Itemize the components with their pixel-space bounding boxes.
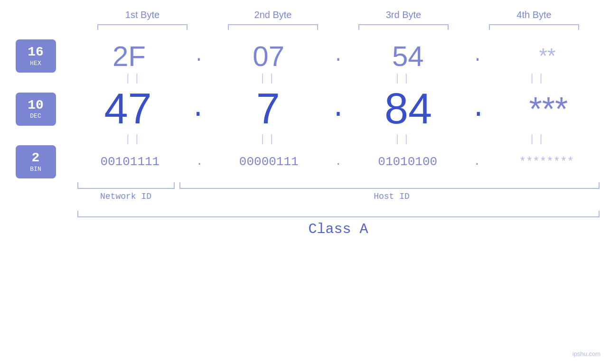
bin-b4-value: ******** (519, 156, 574, 168)
header-row: 1st Byte 2nd Byte 3rd Byte 4th Byte (77, 9, 600, 20)
host-bracket (179, 182, 600, 189)
dec-label-box: 10 DEC (16, 93, 56, 126)
bottom-brackets-row (77, 182, 600, 189)
dec-b4-value: *** (529, 90, 568, 128)
hex-base-num: 16 (28, 45, 44, 60)
dec-dot-2: . (330, 94, 346, 124)
network-bracket-container (77, 182, 175, 189)
bracket-b3 (358, 24, 449, 30)
hex-base-text: HEX (30, 60, 41, 67)
class-a-bracket (77, 211, 600, 217)
bin-dot-1: . (196, 156, 202, 168)
host-id-label: Host ID (184, 192, 600, 201)
bracket-b2 (228, 24, 318, 30)
bin-dot-2: . (335, 156, 341, 168)
dec-dot-1: . (190, 94, 206, 124)
byte4-label: 4th Byte (482, 9, 586, 20)
eq2-b4: || (486, 133, 590, 145)
hex-bytes-area: 2F . 07 . 54 . ** (66, 40, 610, 73)
dec-label-container: 10 DEC (5, 93, 66, 126)
eq2-b3: || (351, 133, 455, 145)
equals-row-1: || || || || (0, 73, 610, 84)
dec-b2-cell: 7 (216, 84, 320, 133)
bin-b1-cell: 00101111 (78, 155, 182, 169)
eq1-b3: || (351, 73, 455, 84)
hex-b4-cell: ** (495, 44, 600, 68)
eq1-b2: || (216, 73, 321, 84)
hex-b4-value: ** (539, 44, 555, 68)
class-a-label: Class A (77, 221, 600, 237)
bin-bytes-area: 00101111 . 00000111 . 01010100 . *******… (66, 155, 610, 169)
hex-dot-2: . (333, 47, 344, 66)
hex-b1-cell: 2F (77, 40, 181, 73)
byte3-label: 3rd Byte (351, 9, 456, 20)
bin-label-box: 2 BIN (16, 145, 56, 178)
byte1-label: 1st Byte (90, 9, 195, 20)
network-id-label: Network ID (77, 192, 175, 201)
dec-row: 10 DEC 47 . 7 . 84 . *** (0, 84, 610, 133)
bin-base-num: 2 (32, 151, 40, 166)
equals-inner-1: || || || || (62, 73, 610, 84)
equals-inner-2: || || || || (62, 133, 610, 145)
network-bracket (77, 182, 175, 189)
dec-bytes-area: 47 . 7 . 84 . *** (66, 84, 610, 133)
bin-b4-cell: ******** (494, 156, 599, 168)
bin-b3-value: 01010100 (378, 155, 437, 169)
byte2-label: 2nd Byte (221, 9, 325, 20)
bin-dot-3: . (474, 156, 480, 168)
dec-dot-3: . (470, 94, 486, 124)
hex-label-container: 16 HEX (5, 39, 66, 73)
hex-label-box: 16 HEX (16, 39, 56, 73)
dec-base-num: 10 (28, 98, 44, 113)
hex-b3-value: 54 (392, 40, 424, 73)
id-labels-row: Network ID Host ID (77, 192, 600, 201)
dec-b3-cell: 84 (356, 84, 460, 133)
dec-b2-value: 7 (256, 84, 280, 133)
hex-b1-value: 2F (113, 40, 146, 73)
hex-dot-1: . (194, 47, 204, 66)
dec-b4-cell: *** (496, 90, 601, 128)
eq2-b2: || (216, 133, 321, 145)
watermark: ipshu.com (572, 350, 601, 357)
hex-b3-cell: 54 (356, 40, 460, 73)
main-container: 1st Byte 2nd Byte 3rd Byte 4th Byte 16 H… (0, 0, 610, 364)
bin-row: 2 BIN 00101111 . 00000111 . 01010100 . *… (0, 145, 610, 178)
class-a-row: Class A (77, 211, 600, 237)
bin-b2-value: 00000111 (239, 155, 299, 169)
hex-row: 16 HEX 2F . 07 . 54 . ** (0, 39, 610, 73)
bin-base-text: BIN (30, 166, 41, 173)
dec-b3-value: 84 (385, 84, 432, 133)
top-brackets (77, 24, 600, 30)
hex-b2-cell: 07 (216, 40, 321, 73)
dec-base-text: DEC (30, 112, 41, 120)
eq2-b1: || (82, 133, 186, 145)
bracket-b4 (489, 24, 579, 30)
bracket-b1 (97, 24, 188, 30)
bracket-spacer (175, 182, 179, 189)
bin-label-container: 2 BIN (5, 145, 66, 178)
bin-b2-cell: 00000111 (216, 155, 321, 169)
dec-b1-cell: 47 (76, 84, 180, 133)
hex-dot-3: . (472, 47, 483, 66)
eq1-b1: || (82, 73, 186, 84)
host-bracket-container (179, 182, 600, 189)
bin-b1-value: 00101111 (100, 155, 160, 169)
equals-row-2: || || || || (0, 133, 610, 145)
dec-b1-value: 47 (104, 84, 152, 133)
hex-b2-value: 07 (253, 40, 284, 73)
eq1-b4: || (486, 73, 590, 84)
bin-b3-cell: 01010100 (356, 155, 460, 169)
